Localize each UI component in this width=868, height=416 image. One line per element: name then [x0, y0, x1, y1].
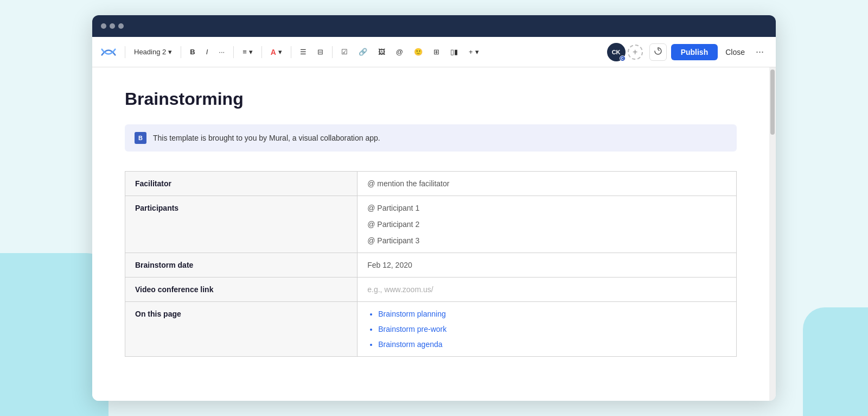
plus-caret-icon: ▾	[475, 48, 479, 56]
brainstorm-date-label: Brainstorm date	[125, 253, 358, 278]
confluence-logo	[101, 45, 116, 60]
participant-1: @ Participant 1	[367, 204, 726, 212]
link-button[interactable]: 🔗	[354, 45, 372, 59]
list-item: Brainstorm pre-work	[378, 325, 726, 333]
bold-button[interactable]: B	[186, 45, 199, 59]
close-label: Close	[725, 48, 745, 56]
dot-1	[101, 23, 106, 29]
participants-label: Participants	[125, 196, 358, 253]
avatar-sub-badge: C	[620, 55, 626, 61]
more-options-icon: ···	[756, 46, 764, 57]
plus-icon: +	[469, 48, 473, 56]
scrollbar-thumb[interactable]	[770, 70, 775, 135]
scrollbar-track[interactable]	[769, 67, 776, 401]
mural-banner: B This template is brought to you by Mur…	[125, 124, 737, 152]
mention-button[interactable]: @	[392, 45, 407, 59]
font-color-icon: A	[271, 48, 276, 56]
table-row: Video conference link e.g., www.zoom.us/	[125, 278, 737, 302]
avatar: CK C	[607, 43, 626, 61]
table-row: On this page Brainstorm planning Brainst…	[125, 302, 737, 357]
brainstorm-pre-work-link[interactable]: Brainstorm pre-work	[378, 325, 446, 333]
font-color-caret-icon: ▾	[278, 48, 282, 56]
more-options-button[interactable]: ···	[752, 44, 767, 60]
italic-button[interactable]: I	[202, 45, 213, 59]
insert-more-button[interactable]: + ▾	[464, 45, 483, 59]
add-icon: +	[633, 47, 637, 57]
facilitator-label: Facilitator	[125, 172, 358, 196]
bg-decoration-right	[803, 307, 868, 416]
emoji-button[interactable]: 🙂	[410, 45, 427, 59]
task-button[interactable]: ☑	[337, 45, 352, 59]
on-this-page-list: Brainstorm planning Brainstorm pre-work …	[367, 310, 726, 349]
mural-banner-text: This template is brought to you by Mural…	[153, 134, 380, 142]
participant-3: @ Participant 3	[367, 236, 726, 245]
on-this-page-label: On this page	[125, 302, 358, 357]
more-format-button[interactable]: ···	[214, 45, 229, 59]
mention-icon: @	[396, 48, 403, 56]
app-window: Heading 2 ▾ B I ··· ≡ ▾ A ▾ ☰	[92, 15, 776, 401]
on-this-page-value: Brainstorm planning Brainstorm pre-work …	[358, 302, 737, 357]
divider-4	[261, 46, 262, 58]
more-format-icon: ···	[219, 48, 225, 56]
brainstorm-planning-link[interactable]: Brainstorm planning	[378, 310, 446, 318]
list-item: Brainstorm planning	[378, 310, 726, 318]
align-caret-icon: ▾	[249, 48, 253, 56]
align-icon: ≡	[242, 48, 247, 56]
list-item: Brainstorm agenda	[378, 340, 726, 349]
add-collaborator-button[interactable]: +	[628, 45, 643, 60]
table-row: Facilitator @ mention the facilitator	[125, 172, 737, 196]
avatar-sub-label: C	[621, 56, 624, 60]
edit-history-icon	[654, 47, 662, 57]
publish-label: Publish	[681, 48, 709, 56]
divider-2	[181, 46, 181, 58]
table-button[interactable]: ⊞	[429, 45, 444, 59]
close-button[interactable]: Close	[720, 45, 750, 60]
brainstorm-date-value[interactable]: Feb 12, 2020	[358, 253, 737, 278]
emoji-icon: 🙂	[414, 48, 423, 56]
publish-button[interactable]: Publish	[671, 44, 718, 60]
heading-label: Heading 2	[134, 48, 166, 56]
table-row: Participants @ Participant 1 @ Participa…	[125, 196, 737, 253]
divider-1	[125, 46, 125, 58]
link-icon: 🔗	[359, 48, 367, 56]
font-color-button[interactable]: A ▾	[266, 45, 286, 59]
page-title[interactable]: Brainstorming	[125, 89, 737, 109]
table-icon: ⊞	[433, 48, 439, 56]
table-row: Brainstorm date Feb 12, 2020	[125, 253, 737, 278]
info-table: Facilitator @ mention the facilitator Pa…	[125, 171, 737, 357]
italic-icon: I	[206, 48, 208, 56]
collaborators-group: CK C +	[607, 43, 643, 61]
toolbar: Heading 2 ▾ B I ··· ≡ ▾ A ▾ ☰	[92, 37, 776, 67]
brainstorm-agenda-link[interactable]: Brainstorm agenda	[378, 340, 442, 349]
edit-history-button[interactable]	[649, 43, 667, 61]
align-button[interactable]: ≡ ▾	[238, 45, 257, 59]
dot-3	[118, 23, 124, 29]
window-controls	[101, 23, 124, 29]
view-options-icon: ▯▮	[450, 48, 458, 56]
heading-caret-icon: ▾	[168, 48, 172, 56]
video-conference-label: Video conference link	[125, 278, 358, 302]
image-button[interactable]: 🖼	[374, 45, 390, 59]
bullet-list-icon: ☰	[300, 48, 307, 56]
divider-6	[332, 46, 333, 58]
numbered-list-icon: ⊟	[317, 48, 323, 56]
facilitator-value[interactable]: @ mention the facilitator	[358, 172, 737, 196]
heading-selector[interactable]: Heading 2 ▾	[130, 45, 176, 59]
content-area: Brainstorming B This template is brought…	[92, 67, 776, 401]
divider-5	[291, 46, 291, 58]
bold-icon: B	[190, 48, 195, 56]
task-icon: ☑	[341, 48, 348, 56]
mural-icon: B	[135, 132, 146, 144]
avatar-initials: CK	[612, 49, 621, 55]
dot-2	[110, 23, 115, 29]
numbered-list-button[interactable]: ⊟	[313, 45, 328, 59]
divider-3	[233, 46, 234, 58]
view-options-button[interactable]: ▯▮	[446, 45, 462, 59]
video-conference-value[interactable]: e.g., www.zoom.us/	[358, 278, 737, 302]
bullet-list-button[interactable]: ☰	[296, 45, 311, 59]
mural-icon-label: B	[138, 135, 143, 141]
titlebar	[92, 15, 776, 37]
participants-value[interactable]: @ Participant 1 @ Participant 2 @ Partic…	[358, 196, 737, 253]
image-icon: 🖼	[378, 48, 385, 56]
editor[interactable]: Brainstorming B This template is brought…	[92, 67, 769, 401]
